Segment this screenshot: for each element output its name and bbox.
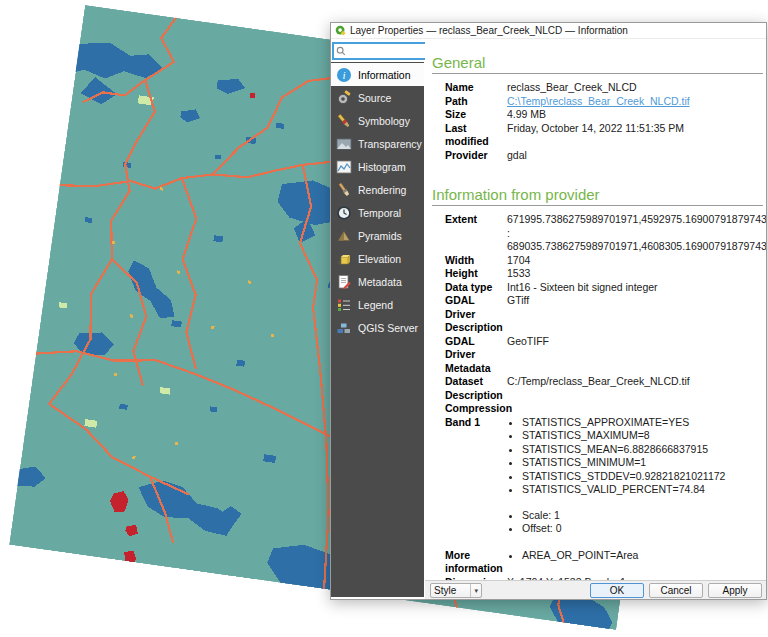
field-label: Data type: [445, 281, 507, 295]
info-row: Extent671995.7386275989701971,4592975.16…: [445, 213, 763, 254]
info-row: GDAL Driver DescriptionGTiff: [445, 294, 763, 335]
sidebar-item-transparency[interactable]: Transparency: [331, 132, 424, 155]
information-panel[interactable]: GeneralNamereclass_Bear_Creek_NLCDPathC:…: [425, 40, 766, 580]
server-icon: [336, 320, 352, 336]
sidebar-item-label: Elevation: [358, 253, 401, 265]
sidebar-item-source[interactable]: Source: [331, 86, 424, 109]
file-path-link[interactable]: C:\Temp\reclass_Bear_Creek_NLCD.tif: [507, 95, 763, 109]
sidebar-item-label: Information: [358, 69, 411, 81]
sidebar-item-label: Transparency: [358, 138, 422, 150]
qgis-logo-icon: [335, 25, 346, 36]
sidebar-item-temporal[interactable]: Temporal: [331, 201, 424, 224]
field-value: AREA_OR_POINT=Area: [507, 549, 763, 576]
symbology-icon: [336, 113, 352, 129]
info-row: Width1704: [445, 254, 763, 268]
field-label: Band 1: [445, 416, 507, 536]
bullet-item: AREA_OR_POINT=Area: [522, 549, 761, 563]
field-value: STATISTICS_APPROXIMATE=YESSTATISTICS_MAX…: [507, 416, 763, 536]
sidebar-item-label: Source: [358, 92, 391, 104]
cancel-button[interactable]: Cancel: [649, 583, 703, 598]
field-value: 1533: [507, 267, 763, 281]
style-menu-button[interactable]: Style ▾: [430, 583, 482, 598]
field-label: GDAL Driver Metadata: [445, 335, 507, 376]
sidebar-item-legend[interactable]: Legend: [331, 293, 424, 316]
sidebar-item-label: Temporal: [358, 207, 401, 219]
apply-button[interactable]: Apply: [708, 583, 762, 598]
sidebar-item-label: Histogram: [358, 161, 406, 173]
sidebar-item-metadata[interactable]: Metadata: [331, 270, 424, 293]
svg-text:i: i: [342, 69, 345, 81]
field-value: GeoTIFF: [507, 335, 763, 376]
desktop: Layer Properties — reclass_Bear_Creek_NL…: [0, 0, 768, 637]
dialog-title: Layer Properties — reclass_Bear_Creek_NL…: [350, 25, 628, 36]
field-label: Last modified: [445, 122, 507, 149]
search-input[interactable]: [346, 46, 434, 57]
properties-sidebar: iInformationSourceSymbologyTransparencyH…: [331, 62, 424, 597]
section-heading: General: [432, 54, 763, 71]
metadata-icon: [336, 274, 352, 290]
info-row: Compression: [445, 402, 763, 416]
transparency-icon: [336, 136, 352, 152]
bullet-item: STATISTICS_APPROXIMATE=YES: [522, 416, 761, 430]
info-row: Height1533: [445, 267, 763, 281]
info-row: PathC:\Temp\reclass_Bear_Creek_NLCD.tif: [445, 95, 763, 109]
style-button-label: Style: [434, 585, 456, 596]
bullet-item: STATISTICS_MINIMUM=1: [522, 456, 761, 470]
bullet-item: STATISTICS_STDDEV=0.92821821021172: [522, 470, 761, 484]
info-row: Last modifiedFriday, October 14, 2022 11…: [445, 122, 763, 149]
layer-properties-dialog: Layer Properties — reclass_Bear_Creek_NL…: [330, 22, 767, 600]
ok-button[interactable]: OK: [590, 583, 644, 598]
info-row: Namereclass_Bear_Creek_NLCD: [445, 81, 763, 95]
field-label: Path: [445, 95, 507, 109]
field-value: gdal: [507, 149, 763, 163]
legend-icon: [336, 297, 352, 313]
sidebar-item-symbology[interactable]: Symbology: [331, 109, 424, 132]
bullet-item: Scale: 1: [522, 509, 761, 523]
sidebar-item-label: Symbology: [358, 115, 410, 127]
field-label: Width: [445, 254, 507, 268]
histogram-icon: [336, 159, 352, 175]
field-label: More information: [445, 549, 507, 576]
bullet-item: STATISTICS_VALID_PERCENT=74.84: [522, 483, 761, 497]
sidebar-item-information[interactable]: iInformation: [331, 63, 424, 86]
bullet-item: Offset: 0: [522, 522, 761, 536]
sidebar-item-rendering[interactable]: Rendering: [331, 178, 424, 201]
info-row: Data typeInt16 - Sixteen bit signed inte…: [445, 281, 763, 295]
info-icon: i: [336, 67, 352, 83]
field-value: 1704: [507, 254, 763, 268]
rendering-icon: [336, 182, 352, 198]
section-divider: [432, 73, 763, 74]
info-row: More informationAREA_OR_POINT=Area: [445, 549, 763, 576]
field-label: Extent: [445, 213, 507, 254]
temporal-icon: [336, 205, 352, 221]
chevron-down-icon: ▾: [470, 584, 478, 597]
field-value: 671995.7386275989701971,4592975.16900791…: [507, 213, 766, 254]
sidebar-item-label: Rendering: [358, 184, 406, 196]
field-label: Dataset Description: [445, 375, 507, 402]
sidebar-item-elevation[interactable]: Elevation: [331, 247, 424, 270]
sidebar-item-label: Metadata: [358, 276, 402, 288]
info-row: Providergdal: [445, 149, 763, 163]
info-row: Band 1STATISTICS_APPROXIMATE=YESSTATISTI…: [445, 416, 763, 536]
field-value: reclass_Bear_Creek_NLCD: [507, 81, 763, 95]
pyramids-icon: [336, 228, 352, 244]
sidebar-item-histogram[interactable]: Histogram: [331, 155, 424, 178]
dialog-titlebar[interactable]: Layer Properties — reclass_Bear_Creek_NL…: [331, 23, 766, 39]
sidebar-item-label: Pyramids: [358, 230, 402, 242]
field-value: GTiff: [507, 294, 763, 335]
field-value: C:/Temp/reclass_Bear_Creek_NLCD.tif: [507, 375, 763, 402]
field-label: Size: [445, 108, 507, 122]
bullet-item: STATISTICS_MEAN=6.8828666837915: [522, 443, 761, 457]
field-value: Friday, October 14, 2022 11:51:35 PM: [507, 122, 763, 149]
field-label: Name: [445, 81, 507, 95]
sidebar-item-qgis-server[interactable]: QGIS Server: [331, 316, 424, 339]
properties-search-box[interactable]: [332, 42, 438, 60]
sidebar-item-label: Legend: [358, 299, 393, 311]
elevation-icon: [336, 251, 352, 267]
source-icon: [336, 90, 352, 106]
field-value: 4.99 MB: [507, 108, 763, 122]
sidebar-item-pyramids[interactable]: Pyramids: [331, 224, 424, 247]
field-label: Provider: [445, 149, 507, 163]
info-row: Size4.99 MB: [445, 108, 763, 122]
section-information-from-provider: Information from providerExtent671995.73…: [432, 186, 763, 580]
